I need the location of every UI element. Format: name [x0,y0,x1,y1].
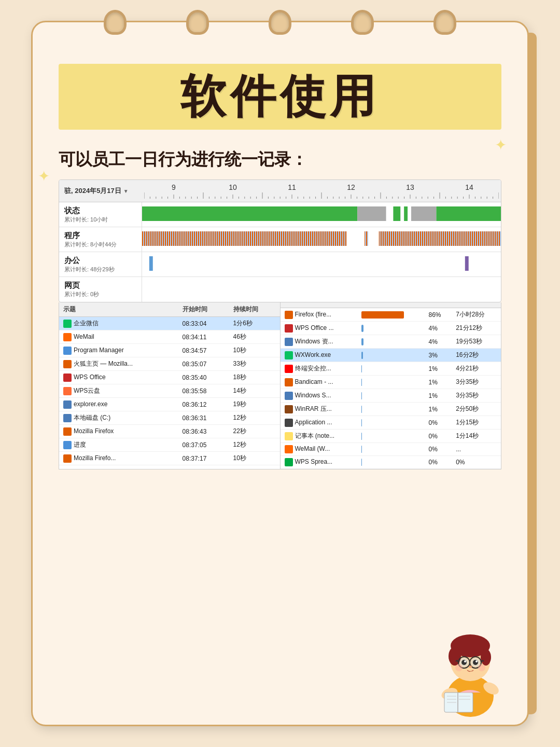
right-table-row[interactable]: Windows S... 1% 3分35秒 [281,389,501,403]
left-table-row[interactable]: Program Manager 08:34:57 10秒 [59,344,280,357]
right-row-time: 3分35秒 [452,389,501,403]
right-row-bar [357,389,425,403]
right-row-pct: 1% [424,389,452,403]
row-bar-status [142,202,501,227]
svg-rect-61 [142,206,357,221]
right-row-time: ... [452,443,501,456]
left-table-row[interactable]: Mozilla Firefo... 08:37:17 10秒 [59,452,280,465]
left-table-row[interactable]: WPS Office 08:35:40 18秒 [59,371,280,384]
right-row-name: Firefox (fire... [281,308,357,322]
timeline-header: 驻, 2024年5月17日 ▼ 9 10 11 12 13 14 [59,180,501,202]
time-axis: 9 10 11 12 13 14 [142,183,501,199]
right-table-row[interactable]: WinRAR 压... 1% 2分50秒 [281,403,501,416]
left-table-row[interactable]: 企业微信 08:33:04 1分6秒 [59,317,280,330]
tick-marks-svg [144,191,499,199]
left-row-duration: 10秒 [229,344,280,357]
usage-bar-fill [361,311,404,319]
right-table-row[interactable]: Firefox (fire... 86% 7小时28分 [281,308,501,322]
usage-bar-fill [361,352,363,359]
app-icon [63,333,72,341]
svg-rect-65 [411,206,436,221]
app-icon-right [285,445,293,453]
left-table-row[interactable]: WeMail 08:34:11 46秒 [59,330,280,344]
row-label-web: 网页 累计时长: 0秒 [59,277,142,302]
right-row-name: 终端安全控... [281,362,357,376]
left-row-duration: 1分6秒 [229,317,280,330]
right-table-row[interactable]: WeMail (W... 0% ... [281,443,501,456]
right-row-time: 0% [452,456,501,469]
left-row-name: WPS Office [59,371,178,384]
row-label-status: 状态 累计时长: 10小时 [59,202,142,227]
usage-bar-cell [361,406,421,413]
left-table-row[interactable]: 本地磁盘 (C:) 08:36:31 12秒 [59,411,280,425]
right-table-row[interactable]: Application ... 0% 1分15秒 [281,416,501,430]
row-duration-office: 累计时长: 48分29秒 [64,266,136,273]
right-row-pct: 0% [424,430,452,443]
right-row-bar [357,416,425,430]
svg-point-96 [461,660,467,665]
right-row-time: 1分15秒 [452,416,501,430]
svg-rect-80 [457,693,458,712]
status-bar-svg [142,202,501,221]
left-row-start: 08:33:04 [178,317,229,330]
right-table-row[interactable]: 终端安全控... 1% 4分21秒 [281,362,501,376]
right-row-name: WeMail (W... [281,443,357,456]
right-row-pct: 4% [424,335,452,349]
usage-bar-fill [361,379,362,386]
svg-rect-62 [357,206,386,221]
right-table-row[interactable]: WPS Office ... 4% 21分12秒 [281,322,501,335]
col-header-duration: 持续时间 [229,302,280,317]
left-table-row[interactable]: 进度 08:37:05 12秒 [59,438,280,452]
date-selector[interactable]: 驻, 2024年5月17日 ▼ [64,186,129,196]
left-row-duration: 46秒 [229,330,280,344]
right-row-pct: 0% [424,456,452,469]
left-table-row[interactable]: Mozilla Firefox 08:36:43 22秒 [59,425,280,438]
right-data-table: Firefox (fire... 86% 7小时28分 WPS Office .… [281,302,501,469]
right-table-row[interactable]: 记事本 (note... 0% 1分14秒 [281,430,501,443]
app-icon [63,374,72,382]
usage-bar-cell [361,365,421,372]
app-icon-right [285,458,293,466]
left-table-row[interactable]: WPS云盘 08:35:58 14秒 [59,384,280,398]
col-header-name: 示题 [59,302,178,317]
svg-point-98 [464,660,466,662]
right-row-pct: 1% [424,362,452,376]
subtitle: 可以员工一日行为进行统一记录： [59,148,501,171]
app-icon-right [285,311,293,319]
right-row-time: 21分12秒 [452,322,501,335]
usage-bar-fill [361,325,363,332]
left-row-name: Mozilla Firefo... [59,452,178,465]
right-table-row[interactable]: Windows 资... 4% 19分53秒 [281,335,501,349]
col-header-app [281,302,357,308]
timeline-row-web: 网页 累计时长: 0秒 [59,277,501,302]
row-name-web: 网页 [64,281,136,290]
app-icon-right [285,324,293,333]
main-title: 软件使用 [59,64,501,130]
svg-rect-72 [346,231,365,246]
right-row-name: WXWork.exe [281,349,357,362]
svg-point-90 [481,649,491,666]
right-table-row[interactable]: Bandicam - ... 1% 3分35秒 [281,376,501,389]
cartoon-character [424,616,517,720]
left-row-name: WPS云盘 [59,384,178,398]
app-icon-right [285,432,293,440]
left-row-duration: 12秒 [229,438,280,452]
sparkle-right: ✦ [495,136,507,154]
app-icon [63,360,72,368]
row-name-office: 办公 [64,256,136,266]
right-table-row[interactable]: WPS Sprea... 0% 0% [281,456,501,469]
left-row-start: 08:34:11 [178,330,229,344]
right-row-pct: 3% [424,349,452,362]
time-label-11: 11 [262,183,321,191]
left-table-row[interactable]: 火狐主页 — Mozilla... 08:35:07 33秒 [59,357,280,371]
svg-point-100 [469,666,472,668]
right-row-pct: 86% [424,308,452,322]
ring-1 [104,10,127,35]
usage-bar-cell [361,311,421,319]
left-table-row[interactable]: explorer.exe 08:36:12 19秒 [59,398,280,411]
usage-bar-cell [361,379,421,386]
app-icon [63,454,72,463]
right-table-row[interactable]: WXWork.exe 3% 16分2秒 [281,349,501,362]
time-label-13: 13 [381,183,440,191]
right-row-bar [357,362,425,376]
